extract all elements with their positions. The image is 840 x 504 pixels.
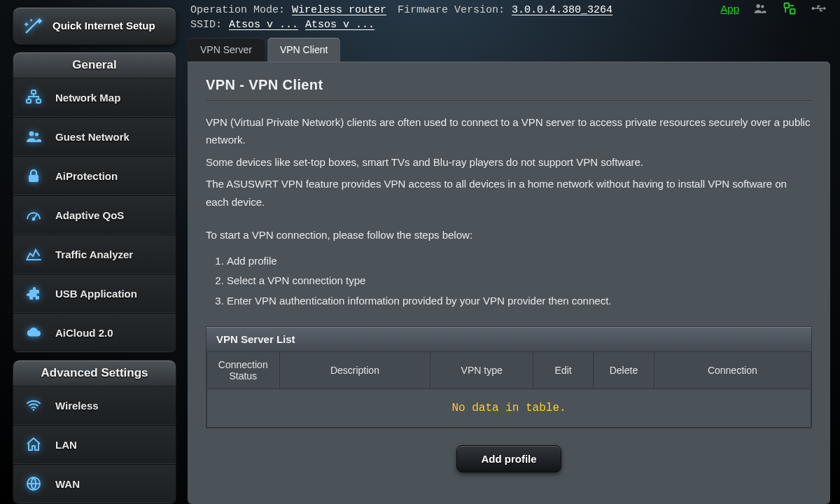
svg-rect-2 [36, 99, 41, 103]
sidebar-item-label: WAN [55, 478, 80, 490]
sidebar-item-label: Network Map [55, 92, 120, 104]
svg-point-3 [29, 132, 34, 136]
table-title: VPN Server List [206, 327, 811, 351]
sidebar-item-network-map[interactable]: Network Map [13, 78, 176, 117]
usb-icon[interactable] [811, 1, 827, 15]
app-link[interactable]: App [720, 3, 739, 15]
globe-icon [23, 474, 44, 493]
advanced-section: Advanced Settings Wireless LAN WAN [13, 360, 176, 504]
sidebar-item-aicloud[interactable]: AiCloud 2.0 [13, 313, 176, 352]
clients-icon[interactable] [752, 1, 769, 15]
step-3: Enter VPN authentication information pro… [227, 291, 812, 312]
svg-point-6 [33, 218, 35, 220]
chart-icon [23, 244, 44, 264]
intro-p4: To start a VPN connection, please follow… [206, 226, 812, 244]
ssid-label: SSID: [190, 19, 222, 31]
tab-vpn-server[interactable]: VPN Server [188, 38, 265, 62]
gauge-icon [23, 205, 44, 225]
general-heading: General [13, 52, 176, 78]
general-menu: Network Map Guest Network AiProtection A… [13, 78, 176, 353]
intro-p3: The ASUSWRT VPN feature provides VPN acc… [206, 175, 812, 211]
sidebar-item-label: Wireless [55, 400, 99, 412]
col-delete: Delete [594, 352, 654, 389]
step-1: Add profile [227, 251, 812, 272]
tab-bar: VPN Server VPN Client [188, 38, 830, 62]
general-section: General Network Map Guest Network AiProt… [13, 52, 176, 353]
cloud-icon [23, 323, 44, 342]
page-title: VPN - VPN Client [206, 77, 812, 93]
col-description: Description [279, 352, 430, 389]
router-admin-page: Quick Internet Setup General Network Map… [0, 0, 840, 504]
quick-internet-setup[interactable]: Quick Internet Setup [13, 7, 176, 45]
wifi-icon [23, 396, 44, 415]
col-connection: Connection [654, 352, 811, 389]
sidebar-item-wan[interactable]: WAN [13, 464, 176, 503]
sidebar-item-guest-network[interactable]: Guest Network [13, 117, 176, 156]
svg-point-10 [761, 5, 764, 8]
divider [206, 100, 812, 101]
svg-rect-1 [27, 99, 31, 103]
wand-icon [23, 16, 43, 36]
ssid-a[interactable]: Atsos v ... [229, 19, 298, 31]
fw-label: Firmware Version: [398, 4, 505, 16]
svg-rect-12 [790, 9, 795, 14]
add-profile-button[interactable]: Add profile [456, 445, 561, 472]
lock-icon [23, 166, 44, 186]
empty-row: No data in table. [207, 389, 811, 428]
ssid-row: SSID: Atsos v ... Atsos v ... [188, 19, 830, 34]
advanced-menu: Wireless LAN WAN [13, 386, 176, 504]
op-mode-value[interactable]: Wireless router [292, 4, 386, 16]
intro-p2: Some devices like set-top boxes, smart T… [206, 153, 812, 172]
sidebar: Quick Internet Setup General Network Map… [0, 0, 183, 504]
network-map-icon [23, 88, 44, 107]
vpn-server-list: VPN Server List Connection Status Descri… [206, 326, 812, 428]
sidebar-item-adaptive-qos[interactable]: Adaptive QoS [13, 195, 176, 234]
step-2: Select a VPN connection type [227, 271, 812, 291]
sidebar-item-wireless[interactable]: Wireless [13, 386, 176, 425]
col-edit: Edit [533, 352, 594, 389]
quick-setup-label: Quick Internet Setup [52, 20, 155, 32]
sidebar-item-label: AiProtection [55, 170, 118, 182]
sidebar-item-label: LAN [55, 439, 77, 451]
sidebar-item-lan[interactable]: LAN [13, 425, 176, 464]
intro-p1: VPN (Virtual Private Network) clients ar… [206, 113, 812, 149]
ssid-b[interactable]: Atsos v ... [305, 19, 374, 31]
puzzle-icon [23, 284, 44, 303]
sidebar-item-usb-application[interactable]: USB Application [13, 274, 176, 313]
col-conn-status: Connection Status [207, 352, 280, 389]
steps-list: Add profile Select a VPN connection type… [227, 251, 812, 312]
svg-rect-11 [785, 4, 790, 8]
svg-point-4 [35, 132, 38, 136]
users-icon [23, 127, 44, 146]
svg-rect-5 [29, 175, 38, 182]
sidebar-item-label: Adaptive QoS [55, 209, 124, 221]
tab-vpn-client[interactable]: VPN Client [267, 38, 340, 62]
status-bar: Operation Mode: Wireless router Firmware… [188, 1, 830, 19]
main-area: Operation Mode: Wireless router Firmware… [183, 0, 840, 504]
vpn-table: Connection Status Description VPN type E… [206, 351, 811, 428]
advanced-heading: Advanced Settings [13, 360, 176, 386]
content-panel: VPN - VPN Client VPN (Virtual Private Ne… [188, 62, 830, 505]
home-icon [23, 435, 44, 454]
fw-value[interactable]: 3.0.0.4.380_3264 [512, 4, 612, 16]
svg-point-7 [33, 409, 35, 411]
network-status-icon[interactable] [781, 1, 798, 15]
svg-rect-0 [31, 90, 36, 94]
col-vpn-type: VPN type [430, 352, 533, 389]
sidebar-item-label: Guest Network [55, 131, 130, 143]
sidebar-item-aiprotection[interactable]: AiProtection [13, 156, 176, 195]
button-row: Add profile [206, 445, 812, 472]
sidebar-item-label: AiCloud 2.0 [55, 327, 113, 339]
svg-point-9 [756, 4, 760, 8]
op-mode-label: Operation Mode: [190, 4, 285, 16]
sidebar-item-traffic-analyzer[interactable]: Traffic Analyzer [13, 234, 176, 274]
sidebar-item-label: USB Application [55, 288, 137, 300]
sidebar-item-label: Traffic Analyzer [55, 248, 133, 260]
